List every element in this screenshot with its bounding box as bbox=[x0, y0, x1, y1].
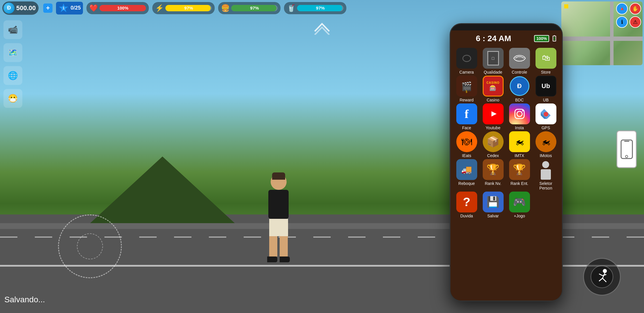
casino-app-icon: CASINO 🎰 bbox=[483, 76, 504, 97]
water-icon: 🥤 bbox=[287, 4, 296, 12]
food-bar: 🍔 97% bbox=[218, 2, 281, 14]
health-bar-container: 100% bbox=[100, 5, 146, 11]
duvida-app-icon: ? bbox=[456, 192, 477, 212]
health-bar: ❤️ 100% bbox=[86, 2, 149, 14]
coin-amount: 500.00 bbox=[16, 4, 36, 12]
phone-side-button[interactable] bbox=[616, 130, 637, 168]
svg-point-4 bbox=[625, 155, 628, 158]
app-instagram[interactable]: Insta bbox=[507, 103, 532, 130]
app-seletor-person[interactable]: Seletor Person bbox=[533, 159, 558, 190]
gps-app-label: GPS bbox=[542, 125, 550, 130]
imotos-app-label: IMotos bbox=[540, 153, 552, 158]
map-button[interactable]: 🗺️ bbox=[3, 43, 22, 62]
camera-app-label: Camera bbox=[460, 70, 474, 74]
app-cedex[interactable]: 📦 Cedex bbox=[480, 131, 506, 158]
map-warning-icon: ⚠ bbox=[629, 16, 641, 28]
water-bar-container: 97% bbox=[297, 5, 343, 11]
phone-frame: 6 : 24 AM 100% Camera bbox=[450, 23, 563, 301]
globe-button[interactable]: 🌐 bbox=[3, 66, 22, 85]
app-salvar[interactable]: 💾 Salvar bbox=[480, 192, 506, 218]
energy-bar-container: 97% bbox=[165, 5, 212, 11]
qualidade-app-label: Qualidade bbox=[484, 70, 502, 74]
app-camera[interactable]: Camera bbox=[454, 48, 479, 74]
map-gold-dot bbox=[564, 4, 568, 8]
svg-point-23 bbox=[544, 112, 548, 117]
phone-icon bbox=[620, 139, 633, 159]
chevron-up-button[interactable] bbox=[312, 20, 332, 36]
char-head bbox=[271, 174, 287, 190]
app-gps[interactable]: GPS bbox=[533, 103, 558, 130]
app-facebook[interactable]: f Face bbox=[454, 103, 479, 130]
app-ub[interactable]: Ub UB bbox=[533, 76, 558, 102]
app-duvida[interactable]: ? Duvida bbox=[454, 192, 479, 218]
char-leg-right bbox=[280, 236, 288, 256]
instagram-app-label: Insta bbox=[515, 125, 524, 130]
casino-text-label: CASINO bbox=[486, 81, 500, 84]
phone-battery: 100% bbox=[534, 35, 549, 42]
char-feet bbox=[261, 256, 296, 262]
svg-rect-3 bbox=[624, 141, 629, 142]
svg-point-21 bbox=[522, 110, 523, 112]
water-value: 97% bbox=[297, 5, 343, 11]
jogo-app-label: +Jogo bbox=[514, 214, 525, 218]
ub-box: Ub bbox=[536, 76, 556, 96]
app-bdc[interactable]: Ð BDC bbox=[507, 76, 532, 102]
app-imotos[interactable]: 🏍 IMotos bbox=[533, 131, 558, 158]
energy-value: 97% bbox=[165, 5, 212, 11]
app-reboque[interactable]: 🚚 Reboque bbox=[454, 159, 479, 190]
youtube-app-label: Youtube bbox=[486, 125, 500, 130]
duvida-app-label: Duvida bbox=[460, 214, 473, 218]
app-imtx[interactable]: 🏍 IMTX bbox=[507, 131, 532, 158]
add-coin-button[interactable]: + bbox=[43, 3, 53, 13]
ieats-app-label: IEats bbox=[462, 153, 471, 158]
app-grid: Camera □ Qualidade bbox=[451, 46, 562, 221]
char-foot-right bbox=[280, 256, 290, 262]
joystick-inner bbox=[77, 233, 103, 259]
app-rank-nv[interactable]: 🏆 Rank Nv. bbox=[480, 159, 506, 190]
controle-app-label: Controle bbox=[512, 70, 527, 74]
char-hair bbox=[272, 172, 285, 180]
food-icon: 🍔 bbox=[221, 4, 230, 12]
app-store[interactable]: 🛍 Store bbox=[533, 48, 558, 74]
app-youtube[interactable]: Youtube bbox=[480, 103, 506, 130]
youtube-app-icon bbox=[483, 103, 504, 124]
cedex-app-label: Cedex bbox=[487, 153, 499, 158]
left-sidebar-icons: 📹 🗺️ 🌐 😷 bbox=[3, 20, 22, 108]
char-shorts bbox=[269, 219, 288, 236]
app-rank-ent[interactable]: 🏆 Rank Ent. bbox=[507, 159, 532, 190]
mini-map-bg: 🔺 ✋ ℹ ⚠ bbox=[561, 1, 643, 65]
video-recording-button[interactable]: 📹 bbox=[3, 20, 22, 39]
store-app-label: Store bbox=[541, 70, 551, 74]
svg-text:1: 1 bbox=[63, 6, 65, 10]
coin-icon: Ð bbox=[3, 3, 15, 14]
mini-map[interactable]: 🔺 ✋ ℹ ⚠ bbox=[561, 1, 643, 65]
app-ieats[interactable]: 🍽 IEats bbox=[454, 131, 479, 158]
mask-button[interactable]: 😷 bbox=[3, 89, 22, 108]
food-bar-container: 97% bbox=[231, 5, 278, 11]
action-button[interactable] bbox=[583, 258, 621, 296]
app-reward[interactable]: 🎬 $ Reward bbox=[454, 76, 479, 102]
app-casino[interactable]: CASINO 🎰 Casino bbox=[480, 76, 506, 102]
app-qualidade[interactable]: □ Qualidade bbox=[480, 48, 506, 74]
run-icon bbox=[590, 265, 614, 288]
seletor-app-label: Seletor Person bbox=[533, 181, 558, 190]
salvar-app-icon: 💾 bbox=[483, 192, 504, 212]
seletor-app-icon bbox=[536, 159, 556, 180]
imtx-app-label: IMTX bbox=[515, 153, 524, 158]
bdc-circle: Ð bbox=[510, 76, 529, 96]
health-icon: ❤️ bbox=[89, 4, 98, 12]
health-value: 100% bbox=[100, 5, 146, 11]
svg-rect-2 bbox=[621, 140, 632, 159]
player-character bbox=[261, 174, 296, 267]
app-jogo[interactable]: 🎮 +Jogo bbox=[507, 192, 532, 218]
controle-app-icon bbox=[509, 48, 530, 69]
map-stop-icon: ✋ bbox=[629, 3, 641, 14]
ub-app-label: UB bbox=[543, 98, 549, 102]
cedex-app-icon: 📦 bbox=[483, 131, 504, 152]
food-value: 97% bbox=[231, 5, 278, 11]
energy-icon: ⚡ bbox=[155, 4, 164, 12]
reboque-app-icon: 🚚 bbox=[456, 159, 477, 180]
star-badge-icon: 1 bbox=[58, 3, 69, 13]
joystick[interactable] bbox=[58, 214, 122, 278]
app-controle[interactable]: Controle bbox=[507, 48, 532, 74]
